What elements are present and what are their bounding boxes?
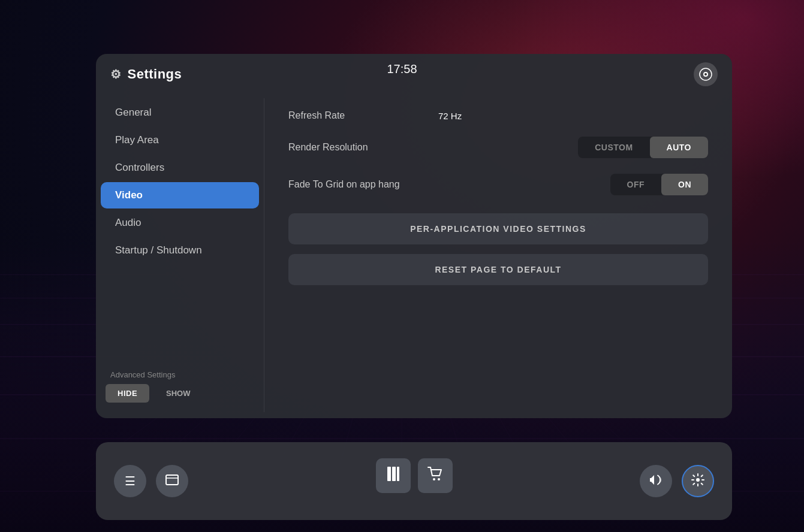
steam-icon[interactable] xyxy=(694,62,718,86)
render-resolution-toggle: CUSTOM AUTO xyxy=(578,137,708,158)
window-button[interactable] xyxy=(156,465,188,497)
hide-button[interactable]: HIDE xyxy=(106,384,149,403)
sidebar-item-controllers[interactable]: Controllers xyxy=(101,155,259,181)
svg-rect-25 xyxy=(387,467,391,481)
fade-to-grid-row: Fade To Grid on app hang OFF ON xyxy=(288,174,708,195)
library-icon xyxy=(387,466,400,485)
volume-icon xyxy=(649,474,663,489)
hide-show-buttons: HIDE SHOW xyxy=(106,384,254,403)
advanced-settings-label: Advanced Settings xyxy=(106,370,254,379)
settings-button[interactable] xyxy=(682,465,714,497)
fade-to-grid-on[interactable]: ON xyxy=(661,174,708,195)
per-application-video-settings-button[interactable]: PER-APPLICATION VIDEO SETTINGS xyxy=(288,213,708,244)
refresh-rate-row: Refresh Rate 72 Hz xyxy=(288,110,708,121)
taskbar-right xyxy=(640,465,714,497)
clock: 17:58 xyxy=(387,62,417,76)
sidebar: General Play Area Controllers Video Audi… xyxy=(96,92,264,418)
refresh-rate-label: Refresh Rate xyxy=(288,110,432,121)
refresh-rate-value: 72 Hz xyxy=(438,111,462,121)
show-button[interactable]: SHOW xyxy=(154,384,202,403)
panel-content: General Play Area Controllers Video Audi… xyxy=(96,92,732,418)
svg-rect-26 xyxy=(392,467,396,481)
svg-point-28 xyxy=(433,478,435,480)
window-icon xyxy=(165,474,179,488)
sidebar-item-audio[interactable]: Audio xyxy=(101,210,259,236)
cart-icon xyxy=(427,467,443,485)
svg-point-30 xyxy=(696,478,700,482)
render-resolution-row: Render Resolution CUSTOM AUTO xyxy=(288,137,708,158)
sidebar-item-video[interactable]: Video xyxy=(101,182,259,208)
fade-to-grid-off[interactable]: OFF xyxy=(610,174,662,195)
sidebar-nav: General Play Area Controllers Video Audi… xyxy=(96,98,264,361)
sidebar-item-general[interactable]: General xyxy=(101,99,259,126)
svg-rect-27 xyxy=(397,467,399,481)
svg-rect-23 xyxy=(166,475,178,485)
fade-to-grid-toggle: OFF ON xyxy=(610,174,709,195)
svg-point-29 xyxy=(438,478,440,480)
settings-icon xyxy=(691,473,704,489)
render-resolution-custom[interactable]: CUSTOM xyxy=(578,137,649,158)
fade-to-grid-label: Fade To Grid on app hang xyxy=(288,179,432,190)
main-panel: ⚙ Settings General Play Area Controllers… xyxy=(96,54,732,418)
sidebar-item-play-area[interactable]: Play Area xyxy=(101,127,259,153)
taskbar-left: ☰ xyxy=(114,465,188,497)
settings-content: Refresh Rate 72 Hz Render Resolution CUS… xyxy=(264,92,732,418)
taskbar: ☰ xyxy=(96,442,732,520)
settings-title-text: Settings xyxy=(128,66,182,82)
svg-point-22 xyxy=(704,73,707,75)
sidebar-item-startup-shutdown[interactable]: Startup / Shutdown xyxy=(101,237,259,264)
volume-button[interactable] xyxy=(640,465,672,497)
cart-button[interactable] xyxy=(418,458,453,493)
settings-title: ⚙ Settings xyxy=(110,66,182,82)
render-resolution-label: Render Resolution xyxy=(288,142,432,153)
settings-gear-icon: ⚙ xyxy=(110,67,122,81)
reset-page-to-default-button[interactable]: RESET PAGE TO DEFAULT xyxy=(288,254,708,285)
menu-button[interactable]: ☰ xyxy=(114,465,146,497)
render-resolution-auto[interactable]: AUTO xyxy=(650,137,708,158)
sidebar-bottom: Advanced Settings HIDE SHOW xyxy=(96,361,264,412)
library-button[interactable] xyxy=(376,458,411,493)
menu-icon: ☰ xyxy=(125,474,135,488)
taskbar-center xyxy=(376,458,453,493)
